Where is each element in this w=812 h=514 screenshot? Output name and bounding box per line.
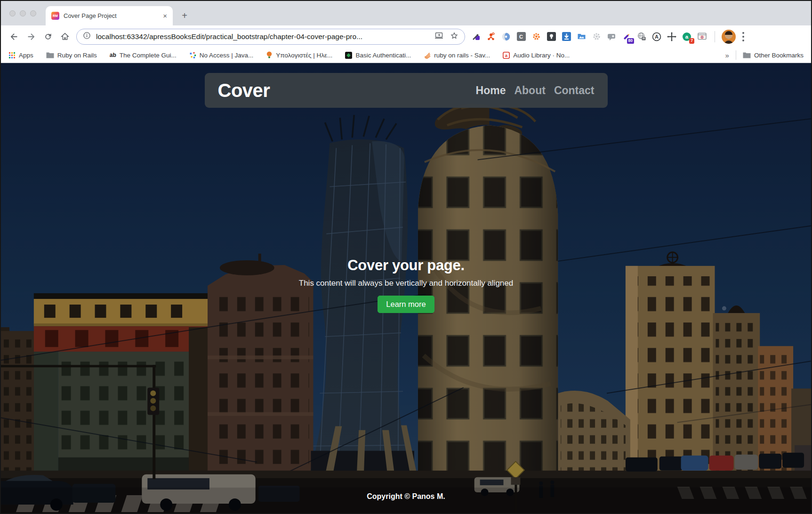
browser-window: RM Cover Page Project × + localhost:6334… xyxy=(0,0,812,514)
extension-row: C 80 xyxy=(470,30,748,44)
send-to-device-icon[interactable] xyxy=(434,31,444,42)
page-viewport: Cover Home About Contact Cover your page… xyxy=(1,63,811,513)
reload-icon[interactable] xyxy=(41,30,55,44)
c-extension-icon[interactable]: C xyxy=(515,31,527,43)
profile-avatar[interactable] xyxy=(722,30,736,44)
rubymine-favicon-icon: RM xyxy=(51,12,59,20)
green-diamond-icon xyxy=(345,52,352,59)
globe-window-extension-icon[interactable] xyxy=(635,31,648,43)
bookmark-ruby-on-rails[interactable]: Ruby on Rails xyxy=(46,52,97,59)
browser-tab[interactable]: RM Cover Page Project × xyxy=(46,6,173,25)
org-chart-extension-icon[interactable] xyxy=(485,31,497,43)
pixel-sparkle-icon xyxy=(189,52,196,59)
gear-disabled-extension-icon[interactable] xyxy=(590,31,603,43)
close-window-button[interactable] xyxy=(9,10,16,16)
pagespeed-extension-icon[interactable]: 80 xyxy=(620,31,633,43)
hero-subtitle: This content will always be vertically a… xyxy=(1,279,811,288)
bookmarks-bar: Apps Ruby on Rails ab The Complete Gui..… xyxy=(1,48,811,63)
other-bookmarks-folder[interactable]: Other Bookmarks xyxy=(743,52,804,59)
bookmark-complete-guide[interactable]: ab The Complete Gui... xyxy=(110,52,177,59)
toolbar-divider xyxy=(715,31,715,42)
svg-text:a: a xyxy=(685,34,689,40)
folder-icon xyxy=(743,52,751,58)
pagespeed-score-badge: 80 xyxy=(627,38,634,43)
hero-section: Cover your page. This content will alway… xyxy=(1,257,811,313)
svg-text:a: a xyxy=(505,53,508,58)
site-navbar: Cover Home About Contact xyxy=(205,73,608,108)
site-nav: Home About Contact xyxy=(476,84,595,97)
apps-grid-icon xyxy=(8,52,16,59)
home-icon[interactable] xyxy=(58,30,72,44)
chat-extension-icon[interactable] xyxy=(605,31,618,43)
tab-strip: RM Cover Page Project × + xyxy=(1,1,811,25)
bookmarks-divider xyxy=(736,50,736,60)
back-icon[interactable] xyxy=(7,30,21,44)
new-tab-button[interactable]: + xyxy=(177,8,192,23)
address-bar[interactable]: localhost:63342/apressBooksEdit/practica… xyxy=(76,29,465,45)
nav-link-contact[interactable]: Contact xyxy=(554,84,595,97)
nav-link-home[interactable]: Home xyxy=(476,84,506,97)
learn-more-button[interactable]: Learn more xyxy=(378,296,434,313)
url-text[interactable]: localhost:63342/apressBooksEdit/practica… xyxy=(96,32,434,41)
site-footer: Copyright © Panos M. xyxy=(1,492,811,501)
traffic-lights xyxy=(9,10,36,16)
hero-heading: Cover your page. xyxy=(1,257,811,274)
page-info-icon[interactable] xyxy=(82,31,91,42)
svg-text:A: A xyxy=(655,34,659,40)
bookmark-rails-saved[interactable]: ruby on rails - Sav... xyxy=(424,52,490,59)
download-extension-icon[interactable] xyxy=(560,31,572,43)
swirl-extension-icon[interactable] xyxy=(500,31,512,43)
move-crosshair-extension-icon[interactable] xyxy=(666,31,678,43)
color-picker-extension-icon[interactable] xyxy=(470,31,482,43)
gear-extension-icon[interactable] xyxy=(530,31,542,43)
sessions-window-extension-icon[interactable] xyxy=(696,31,708,43)
apps-shortcut[interactable]: Apps xyxy=(8,52,33,59)
bookmarks-overflow-button[interactable]: » xyxy=(725,51,729,59)
site-brand[interactable]: Cover xyxy=(218,80,270,101)
circled-a-extension-icon[interactable]: A xyxy=(651,31,663,43)
orange-swoosh-icon xyxy=(424,52,431,59)
nav-link-about[interactable]: About xyxy=(514,84,545,97)
ab-favicon-icon: ab xyxy=(110,52,116,58)
bookmark-ypologistes[interactable]: Υπολογιστές | Ηλε... xyxy=(266,51,332,59)
zoom-window-button[interactable] xyxy=(30,10,36,16)
browser-toolbar: localhost:63342/apressBooksEdit/practica… xyxy=(1,25,811,48)
bookmark-no-access[interactable]: No Access | Java... xyxy=(189,52,254,59)
lightbulb-extension-icon[interactable] xyxy=(545,31,557,43)
minimize-window-button[interactable] xyxy=(20,10,26,16)
folder-icon xyxy=(46,52,54,58)
tab-title: Cover Page Project xyxy=(64,12,159,19)
browser-menu-icon[interactable] xyxy=(741,32,745,42)
audio-a-icon: a xyxy=(503,52,510,59)
bookmark-basic-auth[interactable]: Basic Authenticati... xyxy=(345,52,411,59)
balloon-icon xyxy=(266,51,273,59)
image-folder-extension-icon[interactable] xyxy=(575,31,587,43)
bookmark-audio-library[interactable]: a Audio Library · No... xyxy=(503,52,570,59)
translate-count-badge: 7 xyxy=(689,38,694,43)
forward-icon[interactable] xyxy=(24,30,38,44)
tab-close-icon[interactable]: × xyxy=(163,12,167,19)
translate-extension-icon[interactable]: a 7 xyxy=(681,31,693,43)
bookmark-star-icon[interactable] xyxy=(450,31,459,42)
